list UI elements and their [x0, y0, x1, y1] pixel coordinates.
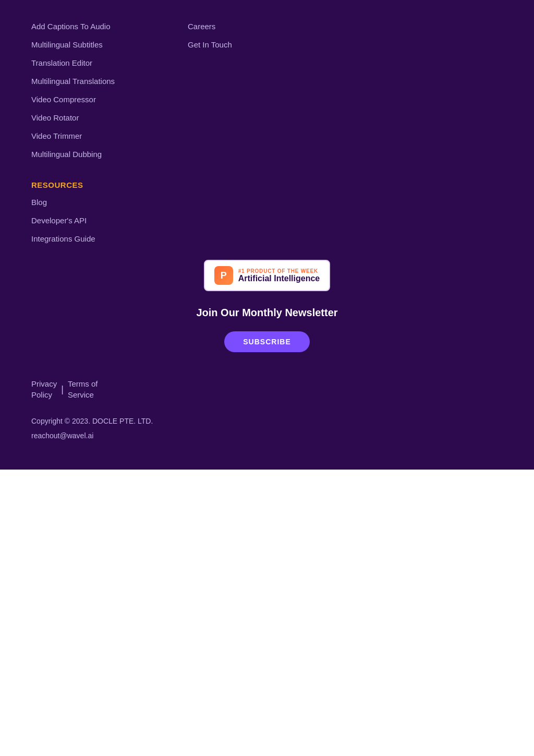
footer-link-careers[interactable]: Careers — [188, 21, 282, 32]
contact-email[interactable]: reachout@wavel.ai — [31, 431, 93, 440]
footer-link-multilingual-dubbing[interactable]: Multilingual Dubbing — [31, 149, 146, 160]
privacy-policy-link[interactable]: PrivacyPolicy — [31, 378, 57, 400]
center-section: P #1 PRODUCT OF THE WEEK Artificial Inte… — [31, 260, 503, 352]
footer-link-developers-api[interactable]: Developer's API — [31, 215, 503, 226]
resources-section: RESOURCES Blog Developer's API Integrati… — [31, 181, 503, 244]
footer-col-right: Careers Get In Touch — [188, 21, 282, 160]
footer-col-left: Add Captions To Audio Multilingual Subti… — [31, 21, 146, 160]
badge-text-block: #1 PRODUCT OF THE WEEK Artificial Intell… — [238, 268, 320, 283]
badge-main-text: Artificial Intelligence — [238, 274, 320, 283]
product-badge[interactable]: P #1 PRODUCT OF THE WEEK Artificial Inte… — [204, 260, 330, 291]
footer: Add Captions To Audio Multilingual Subti… — [0, 0, 534, 470]
copyright-text: Copyright © 2023. DOCLE PTE. LTD. — [31, 416, 503, 427]
subscribe-button[interactable]: SUBSCRIBE — [224, 331, 309, 352]
legal-divider: | — [61, 385, 64, 394]
newsletter-heading: Join Our Monthly Newsletter — [196, 307, 337, 319]
legal-links: PrivacyPolicy | Terms ofService — [31, 378, 503, 400]
footer-link-multilingual-translations[interactable]: Multilingual Translations — [31, 76, 146, 87]
footer-link-add-captions[interactable]: Add Captions To Audio — [31, 21, 146, 32]
footer-link-blog[interactable]: Blog — [31, 197, 503, 208]
badge-icon: P — [214, 266, 233, 285]
footer-link-translation-editor[interactable]: Translation Editor — [31, 57, 146, 68]
footer-bottom: PrivacyPolicy | Terms ofService Copyrigh… — [31, 368, 503, 440]
terms-of-service-link[interactable]: Terms ofService — [68, 378, 98, 400]
footer-link-multilingual-subtitles[interactable]: Multilingual Subtitles — [31, 39, 146, 50]
footer-link-video-rotator[interactable]: Video Rotator — [31, 112, 146, 123]
resources-links: Blog Developer's API Integrations Guide — [31, 197, 503, 244]
badge-top-text: #1 PRODUCT OF THE WEEK — [238, 268, 320, 274]
footer-link-integrations-guide[interactable]: Integrations Guide — [31, 233, 503, 244]
resources-heading: RESOURCES — [31, 181, 503, 189]
footer-link-video-compressor[interactable]: Video Compressor — [31, 94, 146, 105]
footer-link-get-in-touch[interactable]: Get In Touch — [188, 39, 282, 50]
white-area — [0, 470, 534, 756]
footer-link-video-trimmer[interactable]: Video Trimmer — [31, 130, 146, 141]
footer-columns: Add Captions To Audio Multilingual Subti… — [31, 21, 503, 160]
